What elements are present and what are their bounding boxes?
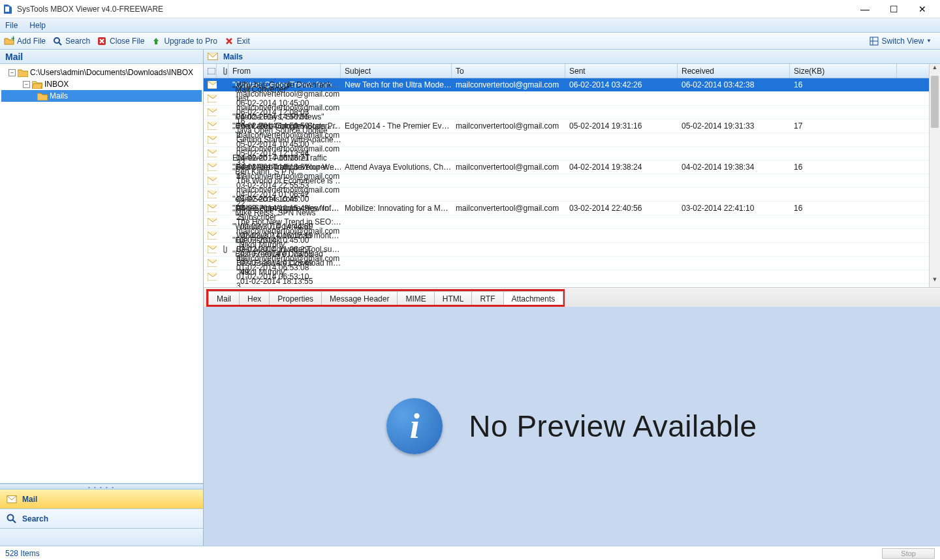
- svg-rect-11: [208, 68, 215, 74]
- app-icon: [3, 4, 13, 14]
- svg-line-9: [13, 520, 16, 523]
- col-sent[interactable]: Sent: [565, 64, 678, 78]
- col-received[interactable]: Received: [678, 64, 790, 78]
- stop-button[interactable]: Stop: [882, 548, 935, 559]
- expander-icon[interactable]: −: [23, 81, 30, 88]
- tab-mail[interactable]: Mail: [208, 291, 240, 305]
- envelope-icon: [204, 204, 217, 212]
- cell-to: mailconvertertool@gmail.com: [452, 163, 565, 172]
- folder-tree[interactable]: − C:\Users\admin\Documents\Downloads\INB…: [0, 64, 203, 484]
- cell-sent: 05-02-2014 19:31:16: [565, 121, 678, 131]
- cell-sent: 01-02-2014 18:13:55: [236, 277, 341, 286]
- window-controls: — ☐ ✕: [856, 4, 937, 14]
- cell-received: 05-02-2014 19:31:33: [678, 121, 790, 131]
- svg-text:+: +: [11, 36, 14, 43]
- preview-text: No Preview Available: [469, 409, 757, 444]
- scroll-thumb[interactable]: [931, 76, 939, 128]
- upgrade-button[interactable]: Upgrade to Pro: [151, 36, 217, 46]
- statusbar: 528 Items Stop: [0, 546, 940, 560]
- cell-sent: 03-02-2014 22:40:56: [565, 204, 678, 213]
- envelope-icon: [204, 245, 217, 253]
- cell-size: 16: [790, 204, 897, 213]
- col-from[interactable]: From: [228, 64, 341, 78]
- tree-inbox[interactable]: − INBOX: [1, 78, 202, 90]
- tab-mime[interactable]: MIME: [397, 291, 434, 305]
- exit-icon: [224, 36, 234, 46]
- envelope-icon: [204, 218, 217, 226]
- grid-body[interactable]: "Contact Center Trends from de...New Tec…: [204, 78, 929, 287]
- tree-root[interactable]: − C:\Users\admin\Documents\Downloads\INB…: [1, 67, 202, 78]
- col-icon[interactable]: [204, 64, 217, 78]
- cell-subject: Getting Started with Apache H...: [232, 135, 341, 144]
- search-icon: [52, 36, 63, 46]
- tree-inbox-label: INBOX: [44, 80, 69, 89]
- right-panel: Mails From Subject To Sent Received Size…: [204, 50, 940, 546]
- cell-subject: test: [232, 94, 341, 103]
- nav-search[interactable]: Search: [0, 509, 203, 529]
- cell-subject: Mobilize: Innovating for a Mob...: [341, 204, 452, 213]
- cell-size: 17: [790, 121, 897, 131]
- envelope-icon: [204, 149, 217, 157]
- left-panel-header: Mail: [0, 50, 203, 64]
- cell-to: mailconvertertool@gmail.com: [452, 121, 565, 131]
- search-label: Search: [65, 37, 90, 46]
- tabs-highlight-box: MailHexPropertiesMessage HeaderMIMEHTMLR…: [206, 289, 565, 307]
- cell-subject: The World of Ecommerce is Ch...: [232, 176, 341, 185]
- add-file-button[interactable]: + Add File: [4, 36, 46, 46]
- envelope-icon: [208, 52, 218, 62]
- envelope-icon: [204, 191, 217, 198]
- tree-root-label: C:\Users\admin\Documents\Downloads\INBOX: [30, 68, 193, 77]
- menu-file[interactable]: File: [5, 21, 18, 30]
- close-file-button[interactable]: Close File: [97, 36, 144, 46]
- close-button[interactable]: ✕: [914, 4, 931, 14]
- folder-icon: [37, 91, 48, 101]
- tab-rtf[interactable]: RTF: [471, 291, 503, 305]
- close-file-icon: [97, 36, 107, 46]
- minimize-button[interactable]: —: [856, 4, 873, 14]
- tab-attachments[interactable]: Attachments: [503, 291, 564, 305]
- main: Mail − C:\Users\admin\Documents\Download…: [0, 50, 940, 546]
- tab-hex[interactable]: Hex: [239, 291, 270, 305]
- envelope-icon: [204, 95, 217, 102]
- envelope-icon: [204, 122, 217, 130]
- col-subject[interactable]: Subject: [341, 64, 452, 78]
- col-size[interactable]: Size(KB): [790, 64, 897, 78]
- tree-mails-label: Mails: [50, 91, 68, 101]
- nav-mail[interactable]: Mail: [0, 490, 203, 509]
- scroll-down-arrow[interactable]: ▼: [930, 276, 940, 287]
- switch-view-button[interactable]: Switch View ▼: [864, 34, 936, 48]
- attachment-icon: [217, 245, 228, 254]
- preview-pane: i No Preview Available: [204, 307, 940, 546]
- cell-subject: Best Freeware Download mont...: [232, 258, 341, 268]
- cell-received: 06-02-2014 03:42:38: [678, 80, 790, 89]
- nav-splitter[interactable]: • • • • •: [0, 484, 203, 490]
- expander-icon[interactable]: −: [8, 69, 16, 76]
- cell-sent: 04-02-2014 19:38:24: [565, 163, 678, 172]
- exit-button[interactable]: Exit: [224, 36, 250, 46]
- col-to[interactable]: To: [452, 64, 565, 78]
- tab-properties[interactable]: Properties: [269, 291, 322, 305]
- folder-plus-icon: +: [4, 36, 14, 46]
- mail-row[interactable]: "Best Freeware Download" Best Freeware D…: [204, 270, 929, 284]
- tab-html[interactable]: HTML: [434, 291, 473, 305]
- vertical-scrollbar[interactable]: ▲ ▼: [929, 64, 940, 287]
- tree-mails[interactable]: Mails: [1, 90, 202, 102]
- status-item-count: 528 Items: [5, 549, 882, 558]
- col-attachment[interactable]: [217, 64, 228, 78]
- maximize-button[interactable]: ☐: [885, 4, 902, 14]
- scroll-up-arrow[interactable]: ▲: [930, 64, 940, 75]
- tab-message-header[interactable]: Message Header: [321, 291, 398, 305]
- cell-to: mailconvertertool@gmail.com: [232, 185, 341, 194]
- envelope-icon: [204, 177, 217, 185]
- cell-sent: 06-02-2014 03:42:26: [565, 80, 678, 89]
- switch-view-label: Switch View: [882, 37, 924, 46]
- cell-size: 16: [790, 163, 897, 172]
- window-title: SysTools MBOX Viewer v4.0-FREEWARE: [17, 5, 856, 14]
- menu-help[interactable]: Help: [29, 21, 46, 30]
- cell-received: 04-02-2014 19:38:34: [678, 163, 790, 172]
- cell-to: "Nikol Murphy" 01-02-2014 18:13:5501-02-…: [232, 268, 341, 287]
- left-nav: • • • • • Mail Search: [0, 484, 203, 546]
- search-button[interactable]: Search: [52, 36, 90, 46]
- exit-label: Exit: [237, 37, 250, 46]
- svg-point-8: [8, 514, 14, 520]
